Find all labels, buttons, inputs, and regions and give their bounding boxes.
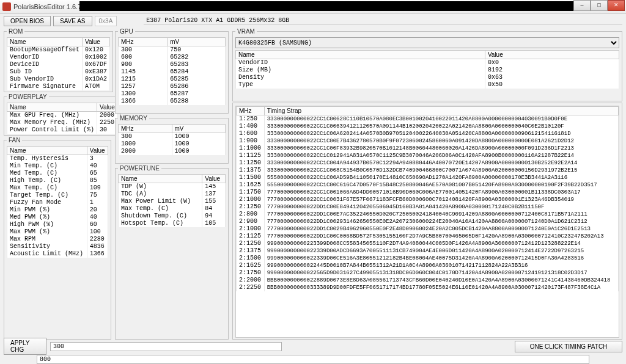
cell[interactable]: Sub VendorID — [7, 76, 83, 83]
cell[interactable]: 1:1125 — [237, 152, 265, 159]
input-line-1[interactable] — [50, 342, 282, 351]
cell[interactable]: 1:250 — [237, 115, 265, 123]
cell[interactable]: TDP (W) — [119, 183, 202, 191]
cell[interactable]: Max RPM — [7, 236, 87, 243]
table-row[interactable]: 1:900333000000000022CC1C00E7B4362780570B… — [237, 137, 619, 145]
table-row[interactable]: 2:1500999000000000022339D00CE516A3E80551… — [237, 255, 619, 262]
apply-button[interactable]: APPLY CHG — [4, 338, 46, 355]
cell[interactable]: 2:1125 — [237, 233, 265, 240]
input-line-2[interactable] — [37, 355, 589, 364]
cell[interactable]: Max Temp. (C) — [119, 205, 202, 213]
cell[interactable]: 2:800 — [237, 211, 265, 218]
table-row[interactable]: 125765286 — [119, 83, 226, 90]
gpu-table[interactable]: MHzmV30075060065282900652831145652841215… — [118, 37, 226, 105]
cell[interactable]: 65 — [87, 170, 108, 177]
cell[interactable]: 75 — [87, 192, 108, 199]
cell[interactable]: 1 — [87, 199, 108, 206]
cell[interactable]: 999000000000022339D00ADCD6693A7005511131… — [264, 247, 618, 255]
cell[interactable]: 777000000000022DD1C00E7AC352240550D020C7… — [264, 211, 618, 218]
cell[interactable]: 999000000000022445D0010B7A844B0551312A21… — [264, 262, 618, 269]
cell[interactable]: 1366 — [87, 250, 108, 258]
cell[interactable]: 1:1625 — [237, 181, 265, 189]
table-row[interactable]: 136665288 — [119, 98, 226, 105]
cell[interactable]: 0x1002 — [83, 54, 110, 61]
cell[interactable]: DeviceID — [7, 61, 83, 68]
cell[interactable]: 900 — [119, 61, 168, 68]
cell[interactable]: 4836 — [87, 243, 108, 250]
table-row[interactable]: TDC (A)137 — [119, 191, 226, 198]
table-row[interactable]: 1:1125333000000000022CC1C012941A831A0570… — [237, 152, 619, 159]
cell[interactable]: 65285 — [168, 76, 226, 83]
cell[interactable]: Power Control Limit (%) — [7, 126, 97, 134]
cell[interactable]: Target Temp. (C) — [7, 192, 87, 199]
cell[interactable]: 555000000000022CC1C00C616C47D0570F15B48C… — [264, 181, 618, 189]
cell[interactable]: Sub ID — [7, 68, 83, 76]
table-row[interactable]: Firmware SignatureATOM — [7, 83, 110, 90]
table-row[interactable]: Max Temp. (C)84 — [119, 205, 226, 213]
fan-table[interactable]: NameValueTemp. Hysteresis3Min Temp. (C)4… — [7, 146, 108, 258]
rom-table[interactable]: NameValueBootupMessageOffset0x120VendorI… — [7, 37, 110, 90]
table-row[interactable]: 1:1750777000000000022CC1C001066A6D4DD005… — [237, 189, 619, 196]
cell[interactable]: High PWM (%) — [7, 221, 87, 228]
cell[interactable]: 777000000000022DD1C00C0068BD572F53051551… — [264, 233, 618, 240]
cell[interactable]: 2:1000 — [237, 225, 265, 233]
table-row[interactable]: VendorID0x0 — [236, 59, 619, 67]
table-row[interactable]: 121565285 — [119, 76, 226, 83]
cell[interactable]: 2:1625 — [237, 262, 265, 269]
cell[interactable]: 2:1500 — [237, 255, 265, 262]
cell[interactable]: BBB0000000000333389D9D00FDFE5FF065171717… — [264, 284, 618, 291]
table-row[interactable]: 3001000 — [119, 133, 226, 141]
table-row[interactable]: Density0x63 — [236, 74, 619, 81]
table-row[interactable]: 1:600333000000000022CC1C00A6202414A0570B… — [237, 130, 619, 137]
cell[interactable]: Med PWM (%) — [7, 214, 87, 221]
table-row[interactable]: 2:1125777000000000022DD1C00C0068BD572F53… — [237, 233, 619, 240]
cell[interactable]: 137 — [202, 191, 226, 198]
minimize-button[interactable]: – — [573, 0, 591, 11]
table-row[interactable]: BootupMessageOffset0x120 — [7, 46, 110, 54]
cell[interactable]: 60 — [87, 221, 108, 228]
cell[interactable]: 2:2000 — [237, 277, 265, 284]
table-row[interactable]: 2:2250BBB0000000000333389D9D00FDFE5FF065… — [237, 284, 619, 291]
table-row[interactable]: Temp. Hysteresis3 — [7, 155, 108, 163]
table-row[interactable]: High PWM (%)60 — [7, 221, 108, 228]
maximize-button[interactable]: □ — [591, 0, 608, 11]
table-row[interactable]: Type0x50 — [236, 81, 619, 89]
table-row[interactable]: 1:1625555000000000022CC1C00C616C47D0570F… — [237, 181, 619, 189]
cell[interactable]: Density — [236, 74, 485, 81]
timing-table[interactable]: MHzTiming Strap1:250333000000000022CC1C0… — [236, 106, 619, 291]
table-row[interactable]: Max Memory Freq. (MHz)2250 — [7, 119, 118, 126]
cell[interactable]: 1:400 — [237, 123, 265, 130]
table-row[interactable]: 300750 — [119, 46, 226, 54]
cell[interactable]: 999000000000223399D008CC558345055110F2D7… — [264, 240, 618, 247]
cell[interactable]: 1000 — [172, 133, 226, 141]
cell[interactable]: 2:900 — [237, 218, 265, 225]
cell[interactable]: 333000000000022CC1C00628C110B10570A080EC… — [264, 115, 618, 123]
cell[interactable]: Type — [236, 81, 485, 89]
cell[interactable]: 65286 — [168, 83, 226, 90]
cell[interactable]: 145 — [202, 183, 226, 191]
cell[interactable]: TDC (A) — [119, 191, 202, 198]
table-row[interactable]: 1:1375333000000000022CC1C008C5154B0C0570… — [237, 167, 619, 174]
cell[interactable]: 65288 — [168, 98, 226, 105]
cell[interactable]: 65283 — [168, 61, 226, 68]
cell[interactable]: 333000000000022CC1C012941A831A0570C1125C… — [264, 152, 618, 159]
memory-table[interactable]: MHzmV30010001000100020001000 — [118, 124, 226, 155]
table-row[interactable]: 1:1500555000000000022CC1C00AD59B41105017… — [237, 174, 619, 181]
table-row[interactable]: Max Temp. (C)109 — [7, 184, 108, 192]
cell[interactable]: 2:2250 — [237, 284, 265, 291]
cell[interactable]: 100 — [87, 228, 108, 236]
table-row[interactable]: Max Power Limit (W)155 — [119, 198, 226, 205]
table-row[interactable]: Max RPM2280 — [7, 236, 108, 243]
table-row[interactable]: 2:1250999000000000223399D008CC5583450551… — [237, 240, 619, 247]
cell[interactable]: 2000 — [119, 148, 172, 155]
cell[interactable]: 300 — [119, 133, 172, 141]
table-row[interactable]: Target Temp. (C)75 — [7, 192, 108, 199]
cell[interactable]: 2:1250 — [237, 240, 265, 247]
cell[interactable]: 0xE387 — [83, 68, 110, 76]
powerplay-table[interactable]: NameValueMax GPU Freq. (MHz)2000Max Memo… — [7, 103, 118, 134]
cell[interactable]: BootupMessageOffset — [7, 46, 83, 54]
cell[interactable]: 999000000000022565D9D031627C499055131318… — [264, 269, 618, 277]
cell[interactable]: 85 — [87, 177, 108, 184]
cell[interactable]: 2:1000 — [237, 196, 265, 203]
cell[interactable]: 750 — [168, 46, 226, 54]
